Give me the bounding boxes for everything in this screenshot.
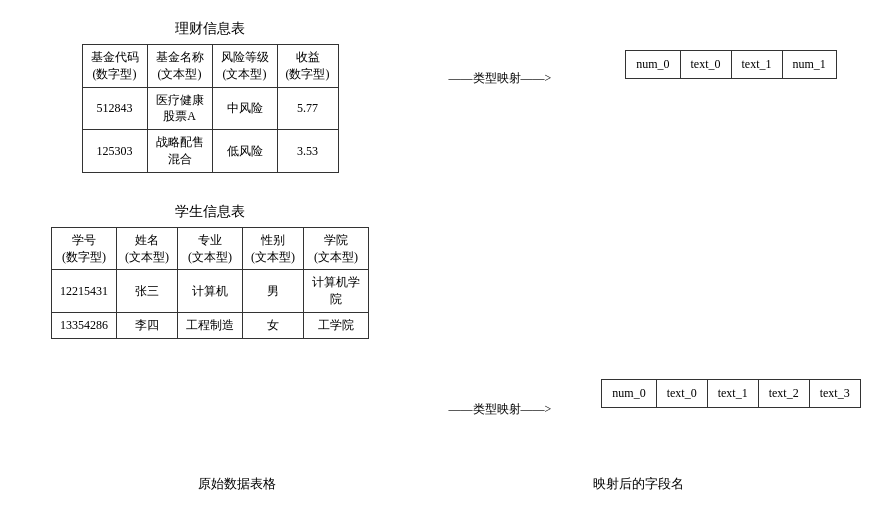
footer-right: 映射后的字段名: [593, 475, 684, 493]
finance-arrow: ——类型映射——>: [449, 70, 552, 87]
student-cell-1-1: 李四: [117, 312, 178, 338]
finance-result-3: num_1: [782, 51, 836, 79]
student-header-2: 专业(文本型): [178, 227, 243, 270]
finance-cell-1-2: 低风险: [212, 130, 277, 173]
footer-left: 原始数据表格: [198, 475, 276, 493]
student-result-1: text_0: [656, 380, 707, 408]
student-table: 学号(数字型) 姓名(文本型) 专业(文本型) 性别(文本型) 学院(文本型) …: [51, 227, 369, 339]
finance-result-1: text_0: [680, 51, 731, 79]
student-cell-0-1: 张三: [117, 270, 178, 313]
student-result-table: num_0 text_0 text_1 text_2 text_3: [601, 379, 860, 408]
student-cell-0-0: 12215431: [52, 270, 117, 313]
student-cell-1-4: 工学院: [304, 312, 369, 338]
middle-section: ——类型映射——> ——类型映射——>: [400, 10, 600, 498]
finance-row-1: 125303 战略配售混合 低风险 3.53: [82, 130, 338, 173]
finance-table: 基金代码(数字型) 基金名称(文本型) 风险等级(文本型) 收益(数字型) 51…: [82, 44, 339, 173]
student-result-4: text_3: [809, 380, 860, 408]
finance-cell-0-3: 5.77: [277, 87, 338, 130]
finance-result-0: num_0: [626, 51, 680, 79]
left-section: 理财信息表 基金代码(数字型) 基金名称(文本型) 风险等级(文本型) 收益(数…: [20, 10, 400, 498]
finance-header-1: 基金名称(文本型): [147, 45, 212, 88]
student-cell-1-3: 女: [243, 312, 304, 338]
student-result-0: num_0: [602, 380, 656, 408]
student-cell-0-2: 计算机: [178, 270, 243, 313]
finance-arrow-label: ——类型映射——>: [449, 70, 552, 87]
right-section: num_0 text_0 text_1 num_1 num_0 text_0 t…: [600, 10, 862, 498]
finance-table-title: 理财信息表: [175, 20, 245, 38]
finance-cell-1-0: 125303: [82, 130, 147, 173]
finance-header-0: 基金代码(数字型): [82, 45, 147, 88]
student-cell-0-4: 计算机学院: [304, 270, 369, 313]
main-container: 理财信息表 基金代码(数字型) 基金名称(文本型) 风险等级(文本型) 收益(数…: [0, 0, 882, 508]
student-arrow: ——类型映射——>: [449, 401, 552, 418]
student-result-block: num_0 text_0 text_1 text_2 text_3: [601, 379, 860, 408]
finance-cell-1-3: 3.53: [277, 130, 338, 173]
finance-result-block: num_0 text_0 text_1 num_1: [625, 50, 837, 79]
footer-labels: 原始数据表格 映射后的字段名: [0, 475, 882, 493]
student-table-block: 学生信息表 学号(数字型) 姓名(文本型) 专业(文本型) 性别(文本型) 学院…: [20, 203, 400, 339]
finance-cell-0-1: 医疗健康股票A: [147, 87, 212, 130]
student-result-3: text_2: [758, 380, 809, 408]
student-row-1: 13354286 李四 工程制造 女 工学院: [52, 312, 369, 338]
finance-result-table: num_0 text_0 text_1 num_1: [625, 50, 837, 79]
student-cell-0-3: 男: [243, 270, 304, 313]
student-header-0: 学号(数字型): [52, 227, 117, 270]
student-header-4: 学院(文本型): [304, 227, 369, 270]
student-arrow-label: ——类型映射——>: [449, 401, 552, 418]
finance-header-3: 收益(数字型): [277, 45, 338, 88]
finance-cell-0-0: 512843: [82, 87, 147, 130]
finance-table-block: 理财信息表 基金代码(数字型) 基金名称(文本型) 风险等级(文本型) 收益(数…: [20, 20, 400, 173]
finance-cell-1-1: 战略配售混合: [147, 130, 212, 173]
student-result-2: text_1: [707, 380, 758, 408]
finance-result-2: text_1: [731, 51, 782, 79]
finance-header-2: 风险等级(文本型): [212, 45, 277, 88]
student-cell-1-0: 13354286: [52, 312, 117, 338]
student-row-0: 12215431 张三 计算机 男 计算机学院: [52, 270, 369, 313]
student-header-3: 性别(文本型): [243, 227, 304, 270]
student-table-title: 学生信息表: [175, 203, 245, 221]
finance-row-0: 512843 医疗健康股票A 中风险 5.77: [82, 87, 338, 130]
student-cell-1-2: 工程制造: [178, 312, 243, 338]
finance-cell-0-2: 中风险: [212, 87, 277, 130]
student-header-1: 姓名(文本型): [117, 227, 178, 270]
